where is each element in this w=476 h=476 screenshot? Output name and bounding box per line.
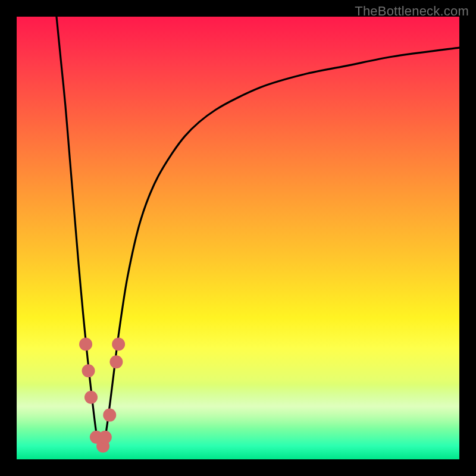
bottleneck-curve xyxy=(57,17,459,450)
chart-frame: TheBottleneck.com xyxy=(0,0,476,476)
data-marker xyxy=(103,409,116,422)
data-marker xyxy=(84,391,98,404)
data-marker xyxy=(79,338,92,351)
curve-svg xyxy=(17,17,459,459)
data-marker xyxy=(109,355,123,368)
data-marker xyxy=(112,338,125,351)
data-markers xyxy=(79,338,125,453)
data-marker xyxy=(99,431,112,444)
data-marker xyxy=(82,364,95,377)
plot-area xyxy=(17,17,459,459)
